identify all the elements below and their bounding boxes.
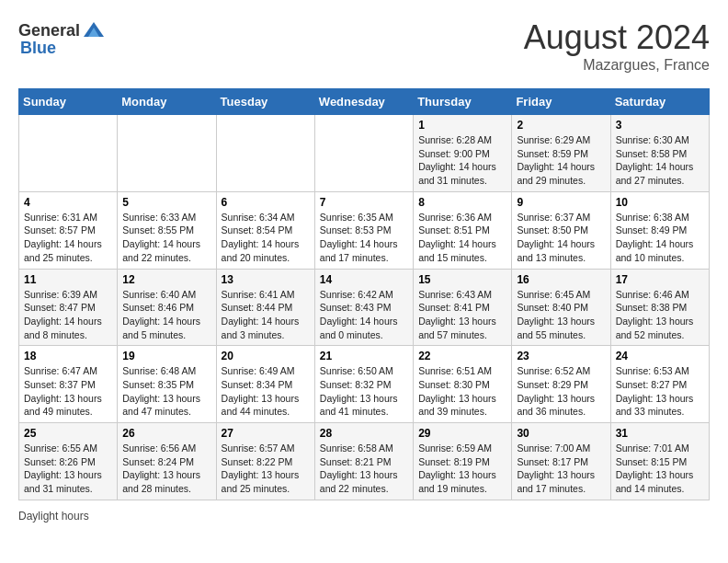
day-cell: 8Sunrise: 6:36 AMSunset: 8:51 PMDaylight…: [414, 191, 512, 269]
day-info: Sunrise: 6:58 AMSunset: 8:21 PMDaylight:…: [320, 442, 408, 496]
day-cell: 7Sunrise: 6:35 AMSunset: 8:53 PMDaylight…: [314, 191, 413, 269]
day-info: Sunrise: 6:59 AMSunset: 8:19 PMDaylight:…: [418, 442, 506, 496]
calendar-table: SundayMondayTuesdayWednesdayThursdayFrid…: [18, 88, 710, 500]
week-row-4: 18Sunrise: 6:47 AMSunset: 8:37 PMDayligh…: [19, 346, 710, 423]
weekday-monday: Monday: [118, 89, 216, 115]
day-number: 30: [517, 427, 605, 440]
day-cell: 12Sunrise: 6:40 AMSunset: 8:46 PMDayligh…: [118, 269, 216, 346]
day-number: 10: [616, 196, 704, 209]
daylight-label: Daylight hours: [18, 510, 89, 523]
day-number: 16: [517, 273, 605, 286]
day-number: 15: [418, 273, 506, 286]
day-cell: 16Sunrise: 6:45 AMSunset: 8:40 PMDayligh…: [512, 269, 610, 346]
day-number: 3: [616, 119, 704, 132]
day-cell: 21Sunrise: 6:50 AMSunset: 8:32 PMDayligh…: [314, 346, 413, 423]
weekday-tuesday: Tuesday: [216, 89, 314, 115]
day-info: Sunrise: 6:38 AMSunset: 8:49 PMDaylight:…: [616, 211, 704, 265]
day-cell: 28Sunrise: 6:58 AMSunset: 8:21 PMDayligh…: [314, 423, 413, 500]
day-cell: 29Sunrise: 6:59 AMSunset: 8:19 PMDayligh…: [414, 423, 512, 500]
day-number: 11: [24, 273, 112, 286]
day-number: 9: [517, 196, 605, 209]
day-info: Sunrise: 6:55 AMSunset: 8:26 PMDaylight:…: [24, 442, 112, 496]
day-number: 12: [122, 273, 210, 286]
day-info: Sunrise: 6:36 AMSunset: 8:51 PMDaylight:…: [418, 211, 506, 265]
day-info: Sunrise: 6:46 AMSunset: 8:38 PMDaylight:…: [616, 288, 704, 342]
day-cell: [19, 115, 118, 192]
day-number: 29: [418, 427, 506, 440]
location: Mazargues, France: [524, 57, 710, 74]
day-number: 14: [320, 273, 408, 286]
day-number: 6: [222, 196, 310, 209]
weekday-friday: Friday: [512, 89, 610, 115]
weekday-saturday: Saturday: [610, 89, 709, 115]
day-info: Sunrise: 6:39 AMSunset: 8:47 PMDaylight:…: [24, 288, 112, 342]
weekday-wednesday: Wednesday: [314, 89, 413, 115]
day-info: Sunrise: 6:41 AMSunset: 8:44 PMDaylight:…: [222, 288, 310, 342]
day-cell: 15Sunrise: 6:43 AMSunset: 8:41 PMDayligh…: [414, 269, 512, 346]
day-cell: 31Sunrise: 7:01 AMSunset: 8:15 PMDayligh…: [610, 423, 709, 500]
month-year: August 2024: [524, 18, 710, 57]
day-number: 1: [418, 119, 506, 132]
weekday-thursday: Thursday: [414, 89, 512, 115]
day-info: Sunrise: 7:00 AMSunset: 8:17 PMDaylight:…: [517, 442, 605, 496]
title-block: August 2024 Mazargues, France: [524, 18, 710, 74]
day-number: 20: [222, 350, 310, 362]
day-number: 18: [24, 350, 112, 362]
day-cell: 5Sunrise: 6:33 AMSunset: 8:55 PMDaylight…: [118, 191, 216, 269]
day-cell: 4Sunrise: 6:31 AMSunset: 8:57 PMDaylight…: [19, 191, 118, 269]
day-info: Sunrise: 6:31 AMSunset: 8:57 PMDaylight:…: [24, 211, 112, 265]
day-info: Sunrise: 6:37 AMSunset: 8:50 PMDaylight:…: [517, 211, 605, 265]
day-cell: [118, 115, 216, 192]
day-info: Sunrise: 6:57 AMSunset: 8:22 PMDaylight:…: [222, 442, 310, 496]
day-info: Sunrise: 6:49 AMSunset: 8:34 PMDaylight:…: [222, 364, 310, 419]
day-cell: 13Sunrise: 6:41 AMSunset: 8:44 PMDayligh…: [216, 269, 314, 346]
day-info: Sunrise: 6:52 AMSunset: 8:29 PMDaylight:…: [517, 364, 605, 419]
day-number: 26: [122, 427, 210, 440]
day-number: 22: [418, 350, 506, 362]
header: General Blue August 2024 Mazargues, Fran…: [18, 18, 710, 74]
day-number: 21: [320, 350, 408, 362]
weekday-sunday: Sunday: [19, 89, 118, 115]
day-number: 19: [122, 350, 210, 362]
day-cell: 6Sunrise: 6:34 AMSunset: 8:54 PMDaylight…: [216, 191, 314, 269]
day-info: Sunrise: 6:56 AMSunset: 8:24 PMDaylight:…: [122, 442, 210, 496]
day-cell: 1Sunrise: 6:28 AMSunset: 9:00 PMDaylight…: [414, 115, 512, 192]
day-info: Sunrise: 7:01 AMSunset: 8:15 PMDaylight:…: [616, 442, 704, 496]
day-number: 23: [517, 350, 605, 362]
day-info: Sunrise: 6:51 AMSunset: 8:30 PMDaylight:…: [418, 364, 506, 419]
day-number: 17: [616, 273, 704, 286]
day-cell: 22Sunrise: 6:51 AMSunset: 8:30 PMDayligh…: [414, 346, 512, 423]
logo-blue-text: Blue: [20, 39, 56, 58]
day-cell: 10Sunrise: 6:38 AMSunset: 8:49 PMDayligh…: [610, 191, 709, 269]
day-cell: [216, 115, 314, 192]
day-number: 27: [222, 427, 310, 440]
day-cell: 23Sunrise: 6:52 AMSunset: 8:29 PMDayligh…: [512, 346, 610, 423]
day-cell: 20Sunrise: 6:49 AMSunset: 8:34 PMDayligh…: [216, 346, 314, 423]
week-row-5: 25Sunrise: 6:55 AMSunset: 8:26 PMDayligh…: [19, 423, 710, 500]
week-row-2: 4Sunrise: 6:31 AMSunset: 8:57 PMDaylight…: [19, 191, 710, 269]
day-number: 4: [24, 196, 112, 209]
day-cell: 24Sunrise: 6:53 AMSunset: 8:27 PMDayligh…: [610, 346, 709, 423]
day-info: Sunrise: 6:48 AMSunset: 8:35 PMDaylight:…: [122, 364, 210, 419]
day-info: Sunrise: 6:45 AMSunset: 8:40 PMDaylight:…: [517, 288, 605, 342]
day-info: Sunrise: 6:33 AMSunset: 8:55 PMDaylight:…: [122, 211, 210, 265]
day-cell: 3Sunrise: 6:30 AMSunset: 8:58 PMDaylight…: [610, 115, 709, 192]
weekday-header-row: SundayMondayTuesdayWednesdayThursdayFrid…: [19, 89, 710, 115]
day-info: Sunrise: 6:40 AMSunset: 8:46 PMDaylight:…: [122, 288, 210, 342]
day-info: Sunrise: 6:53 AMSunset: 8:27 PMDaylight:…: [616, 364, 704, 419]
day-number: 8: [418, 196, 506, 209]
day-cell: 30Sunrise: 7:00 AMSunset: 8:17 PMDayligh…: [512, 423, 610, 500]
day-info: Sunrise: 6:30 AMSunset: 8:58 PMDaylight:…: [616, 133, 704, 188]
day-number: 24: [616, 350, 704, 362]
logo-general-text: General: [18, 21, 80, 40]
day-cell: 26Sunrise: 6:56 AMSunset: 8:24 PMDayligh…: [118, 423, 216, 500]
day-cell: 2Sunrise: 6:29 AMSunset: 8:59 PMDaylight…: [512, 115, 610, 192]
day-cell: [314, 115, 413, 192]
week-row-3: 11Sunrise: 6:39 AMSunset: 8:47 PMDayligh…: [19, 269, 710, 346]
day-cell: 25Sunrise: 6:55 AMSunset: 8:26 PMDayligh…: [19, 423, 118, 500]
day-info: Sunrise: 6:34 AMSunset: 8:54 PMDaylight:…: [222, 211, 310, 265]
day-number: 2: [517, 119, 605, 132]
day-info: Sunrise: 6:47 AMSunset: 8:37 PMDaylight:…: [24, 364, 112, 419]
day-number: 25: [24, 427, 112, 440]
day-cell: 14Sunrise: 6:42 AMSunset: 8:43 PMDayligh…: [314, 269, 413, 346]
